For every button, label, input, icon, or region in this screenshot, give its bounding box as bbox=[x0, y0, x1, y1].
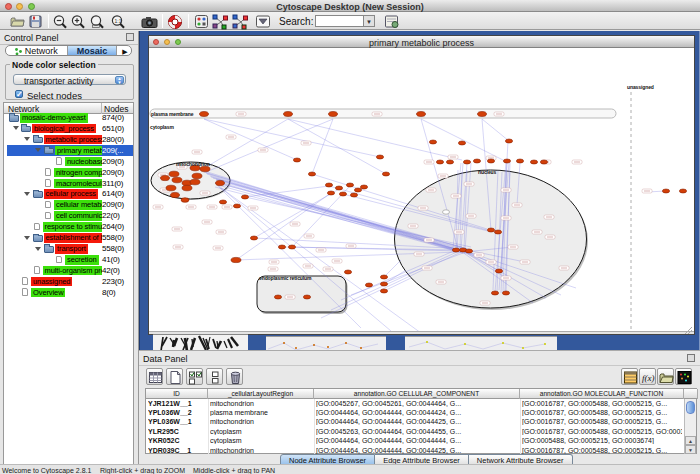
svg-text:nucleus: nucleus bbox=[478, 169, 497, 175]
svg-text:1:1: 1:1 bbox=[115, 18, 122, 24]
svg-text:endoplasmic reticulum: endoplasmic reticulum bbox=[259, 275, 312, 281]
svg-text:cytoplasm: cytoplasm bbox=[150, 124, 174, 130]
svg-text:f(x): f(x) bbox=[642, 373, 655, 383]
svg-text:unassigned: unassigned bbox=[627, 84, 654, 90]
svg-text:plasma membrane: plasma membrane bbox=[151, 111, 194, 117]
svg-text:mitochondrion: mitochondrion bbox=[176, 161, 210, 167]
